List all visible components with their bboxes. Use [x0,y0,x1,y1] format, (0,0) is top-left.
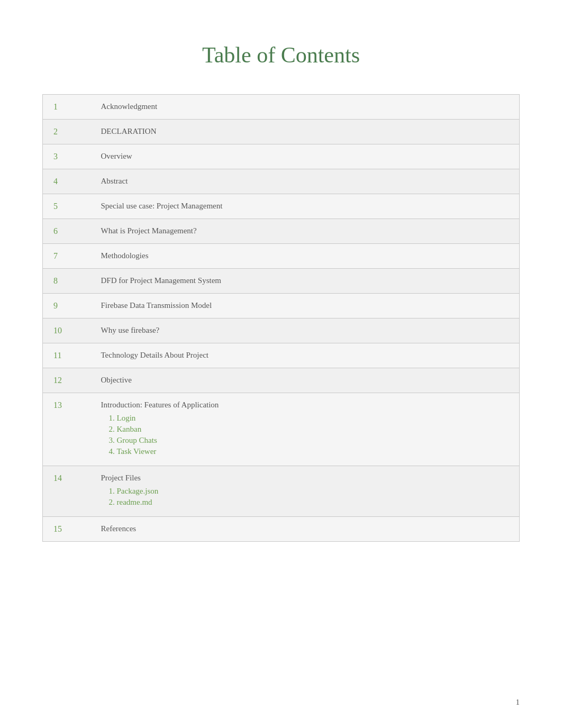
toc-title: Firebase Data Transmission Model [96,294,520,319]
table-row: 12Objective [43,368,520,393]
toc-title-text: Firebase Data Transmission Model [101,301,212,310]
toc-title-text: Objective [101,376,132,384]
toc-title: References [96,517,520,542]
table-row: 4Abstract [43,169,520,194]
toc-sub-list: LoginKanbanGroup ChatsTask Viewer [101,414,509,456]
toc-title-text: Technology Details About Project [101,351,209,359]
toc-title-text: DFD for Project Management System [101,276,221,285]
toc-title-text: Why use firebase? [101,326,160,334]
toc-title-text: Project Files [101,474,141,482]
table-row: 15References [43,517,520,542]
toc-number: 15 [43,517,96,542]
toc-title-text: Abstract [101,177,128,185]
toc-sub-list: Package.jsonreadme.md [101,487,509,507]
page-number: 1 [516,698,520,707]
toc-title: Acknowledgment [96,95,520,120]
toc-title-text: Overview [101,152,132,160]
list-item: Login [117,414,509,423]
toc-number: 3 [43,144,96,169]
toc-title: Technology Details About Project [96,343,520,368]
toc-title: DECLARATION [96,120,520,144]
toc-number: 9 [43,294,96,319]
page-title: Table of Contents [42,32,520,68]
toc-number: 2 [43,120,96,144]
toc-title: Special use case: Project Management [96,194,520,219]
toc-number: 4 [43,169,96,194]
toc-number: 13 [43,393,96,466]
table-row: 14Project FilesPackage.jsonreadme.md [43,466,520,517]
list-item: Kanban [117,425,509,434]
toc-title: Introduction: Features of ApplicationLog… [96,393,520,466]
toc-title: Abstract [96,169,520,194]
toc-title-text: Acknowledgment [101,102,158,111]
toc-title: Methodologies [96,244,520,269]
table-row: 1Acknowledgment [43,95,520,120]
list-item: Package.json [117,487,509,496]
toc-number: 12 [43,368,96,393]
toc-title: What is Project Management? [96,219,520,244]
toc-number: 10 [43,319,96,343]
toc-title: Project FilesPackage.jsonreadme.md [96,466,520,517]
toc-number: 5 [43,194,96,219]
toc-title: Objective [96,368,520,393]
list-item: readme.md [117,498,509,507]
table-row: 10Why use firebase? [43,319,520,343]
toc-number: 7 [43,244,96,269]
toc-number: 8 [43,269,96,294]
toc-title-text: What is Project Management? [101,226,197,235]
table-row: 2DECLARATION [43,120,520,144]
toc-title-text: Introduction: Features of Application [101,401,219,409]
toc-title-text: Special use case: Project Management [101,202,223,210]
toc-title-text: Methodologies [101,251,149,260]
toc-title-text: References [101,524,137,533]
table-row: 11Technology Details About Project [43,343,520,368]
list-item: Group Chats [117,436,509,445]
table-row: 13Introduction: Features of ApplicationL… [43,393,520,466]
toc-title: Why use firebase? [96,319,520,343]
table-row: 8DFD for Project Management System [43,269,520,294]
toc-number: 11 [43,343,96,368]
table-row: 3Overview [43,144,520,169]
toc-title: Overview [96,144,520,169]
toc-title: DFD for Project Management System [96,269,520,294]
toc-number: 6 [43,219,96,244]
toc-number: 14 [43,466,96,517]
table-row: 5Special use case: Project Management [43,194,520,219]
toc-number: 1 [43,95,96,120]
list-item: Task Viewer [117,447,509,456]
table-row: 7Methodologies [43,244,520,269]
toc-title-text: DECLARATION [101,127,157,135]
table-row: 9Firebase Data Transmission Model [43,294,520,319]
table-row: 6What is Project Management? [43,219,520,244]
toc-table: 1Acknowledgment2DECLARATION3Overview4Abs… [42,94,520,542]
